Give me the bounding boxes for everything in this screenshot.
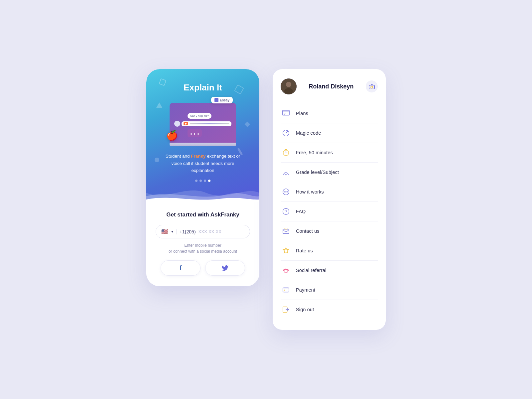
faq-icon	[281, 206, 291, 217]
phone-input-row[interactable]: 🇺🇸 ▼ +1(205) XXX-XX-XX	[156, 225, 250, 238]
social-buttons: f	[156, 260, 250, 276]
menu-item-free-minutes[interactable]: Free, 50 minutes	[281, 143, 378, 163]
menu-item-grade-level[interactable]: Grade level/Subject	[281, 163, 378, 182]
get-started-title: Get started with AskFranky	[156, 211, 250, 218]
facebook-button[interactable]: f	[161, 260, 200, 276]
twitter-button[interactable]	[205, 260, 245, 276]
app-container: Explain It Essay Can y help me?	[146, 49, 386, 350]
chat-voice-row	[174, 121, 231, 127]
card-bottom-section: Get started with AskFranky 🇺🇸 ▼ +1(205) …	[146, 202, 259, 286]
grade-icon	[281, 167, 291, 178]
social-referral-label: Social referral	[296, 268, 327, 273]
plans-label: Plans	[296, 111, 308, 116]
contact-us-label: Contact us	[296, 228, 320, 234]
menu-item-payment[interactable]: Payment	[281, 280, 378, 300]
flag-icon: 🇺🇸	[161, 228, 168, 235]
camera-button[interactable]	[366, 80, 378, 92]
avatar	[281, 78, 297, 94]
carousel-dot-2[interactable]	[200, 180, 202, 182]
faq-label: FAQ	[296, 209, 306, 214]
right-card: Roland Diskeyn	[273, 69, 386, 330]
how-it-works-label: How it works	[296, 189, 324, 195]
essay-icon	[214, 98, 218, 102]
menu-item-how-it-works[interactable]: How it works	[281, 182, 378, 202]
audio-wave	[190, 123, 229, 124]
svg-rect-27	[284, 290, 285, 291]
phone-prefix: +1(205)	[180, 229, 196, 234]
svg-point-17	[285, 174, 287, 176]
menu-item-contact-us[interactable]: Contact us	[281, 221, 378, 241]
payment-icon	[281, 285, 291, 295]
camera-icon	[369, 84, 375, 89]
rate-us-label: Rate us	[296, 248, 313, 253]
dot-3	[198, 133, 199, 135]
laptop-base	[170, 143, 236, 146]
svg-point-22	[283, 208, 289, 215]
how-it-works-icon	[281, 187, 291, 197]
hero-description: Student and Franky exchange text or voic…	[156, 153, 249, 174]
wave-decoration	[146, 183, 259, 202]
grade-level-label: Grade level/Subject	[296, 170, 339, 175]
svg-point-20	[285, 191, 287, 193]
twitter-icon	[222, 265, 228, 271]
menu-list: Plans Magic code	[281, 104, 378, 319]
laptop-screen: Essay Can y help me?	[170, 103, 236, 143]
facebook-icon: f	[180, 264, 182, 272]
free-minutes-label: Free, 50 minutes	[296, 150, 333, 155]
deco-shape-4	[155, 158, 159, 162]
rate-us-icon	[281, 245, 291, 256]
left-card: Explain It Essay Can y help me?	[146, 69, 259, 286]
svg-rect-24	[283, 229, 289, 233]
hero-section: Explain It Essay Can y help me?	[146, 69, 259, 202]
essay-label: Essay	[220, 98, 229, 102]
menu-item-faq[interactable]: FAQ	[281, 202, 378, 221]
magic-code-icon	[281, 128, 291, 138]
chat-avatar	[174, 121, 180, 127]
chevron-down-icon[interactable]: ▼	[171, 230, 174, 233]
desc-prefix: Student and	[166, 154, 191, 159]
timer-icon	[281, 147, 291, 158]
svg-point-21	[287, 191, 289, 193]
menu-item-magic-code[interactable]: Magic code	[281, 123, 378, 143]
dot-1	[191, 133, 192, 135]
svg-line-11	[286, 131, 288, 133]
laptop: Essay Can y help me?	[170, 103, 236, 146]
profile-name: Roland Diskeyn	[297, 83, 366, 90]
svg-point-19	[284, 191, 285, 193]
svg-point-1	[286, 82, 291, 87]
voice-bar	[182, 121, 231, 126]
menu-item-plans[interactable]: Plans	[281, 104, 378, 123]
carousel-dots	[156, 180, 249, 182]
chat-area: Can y help me?	[173, 106, 233, 139]
enter-mobile-line1: Enter mobile number	[184, 243, 221, 248]
sign-out-icon	[281, 304, 291, 315]
magic-code-label: Magic code	[296, 130, 321, 136]
carousel-dot-4[interactable]	[208, 180, 210, 182]
social-referral-icon	[281, 265, 291, 276]
carousel-dot-1[interactable]	[195, 180, 198, 182]
franky-name: Franky	[191, 154, 205, 159]
profile-header: Roland Diskeyn	[281, 78, 378, 94]
essay-bubble: Essay	[211, 97, 233, 103]
play-arrow	[185, 123, 187, 125]
play-button[interactable]	[184, 122, 188, 125]
carousel-dot-3[interactable]	[204, 180, 206, 182]
apple-emoji: 🍎	[166, 130, 178, 141]
avatar-image	[281, 78, 297, 94]
svg-point-23	[286, 213, 286, 213]
contact-icon	[281, 226, 291, 236]
menu-item-social-referral[interactable]: Social referral	[281, 261, 378, 280]
plans-icon	[281, 108, 291, 119]
svg-point-2	[284, 88, 293, 94]
dot-2	[194, 133, 195, 135]
svg-marker-25	[283, 248, 289, 253]
enter-mobile-line2: or connect with a social media account	[169, 249, 237, 254]
phone-placeholder: XXX-XX-XX	[199, 229, 244, 234]
enter-mobile-text: Enter mobile number or connect with a so…	[156, 242, 250, 254]
payment-label: Payment	[296, 287, 315, 293]
svg-point-4	[371, 86, 373, 88]
menu-item-rate-us[interactable]: Rate us	[281, 241, 378, 261]
sign-out-label: Sign out	[296, 307, 314, 312]
menu-item-sign-out[interactable]: Sign out	[281, 300, 378, 319]
input-divider	[177, 229, 177, 234]
